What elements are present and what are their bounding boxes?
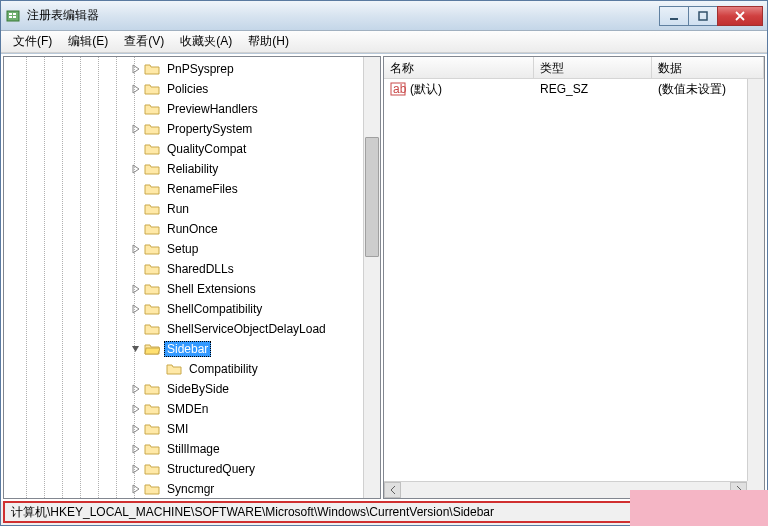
string-value-icon: ab — [390, 81, 406, 97]
folder-icon — [144, 262, 160, 276]
folder-icon — [166, 362, 182, 376]
svg-rect-4 — [13, 16, 16, 18]
menu-help[interactable]: 帮助(H) — [240, 31, 297, 52]
folder-icon — [144, 402, 160, 416]
expand-icon[interactable] — [130, 243, 142, 255]
expand-icon[interactable] — [130, 303, 142, 315]
client-area: PnPSysprepPoliciesPreviewHandlersPropert… — [1, 53, 767, 501]
expander-placeholder — [130, 323, 142, 335]
folder-icon — [144, 62, 160, 76]
expander-placeholder — [152, 363, 164, 375]
tree-item-label: Shell Extensions — [164, 281, 259, 297]
tree-item[interactable]: QualityCompat — [4, 139, 380, 159]
menu-view[interactable]: 查看(V) — [116, 31, 172, 52]
tree-item[interactable]: PropertySystem — [4, 119, 380, 139]
folder-icon — [144, 282, 160, 296]
tree-item-label: StructuredQuery — [164, 461, 258, 477]
column-data[interactable]: 数据 — [652, 57, 764, 78]
close-button[interactable] — [717, 6, 763, 26]
minimize-button[interactable] — [659, 6, 689, 26]
menubar: 文件(F) 编辑(E) 查看(V) 收藏夹(A) 帮助(H) — [1, 31, 767, 53]
tree-item[interactable]: Run — [4, 199, 380, 219]
tree-item[interactable]: PnPSysprep — [4, 59, 380, 79]
scrollbar-thumb[interactable] — [365, 137, 379, 257]
list-header: 名称 类型 数据 — [384, 57, 764, 79]
menu-file[interactable]: 文件(F) — [5, 31, 60, 52]
tree-item-label: Syncmgr — [164, 481, 217, 497]
tree-item-label: PreviewHandlers — [164, 101, 261, 117]
column-name[interactable]: 名称 — [384, 57, 534, 78]
expander-placeholder — [130, 263, 142, 275]
window-controls — [660, 6, 763, 26]
tree-item-label: SMDEn — [164, 401, 211, 417]
tree-item-label: Policies — [164, 81, 211, 97]
expand-icon[interactable] — [130, 123, 142, 135]
expand-icon[interactable] — [130, 403, 142, 415]
tree-item[interactable]: RunOnce — [4, 219, 380, 239]
folder-icon — [144, 202, 160, 216]
expand-icon[interactable] — [130, 163, 142, 175]
expand-icon[interactable] — [130, 283, 142, 295]
tree-item-label: QualityCompat — [164, 141, 249, 157]
tree-item[interactable]: Setup — [4, 239, 380, 259]
expand-icon[interactable] — [130, 383, 142, 395]
expand-icon[interactable] — [130, 443, 142, 455]
tree-item[interactable]: SMDEn — [4, 399, 380, 419]
tree-item[interactable]: SharedDLLs — [4, 259, 380, 279]
tree-item[interactable]: RenameFiles — [4, 179, 380, 199]
tree-item[interactable]: SideBySide — [4, 379, 380, 399]
tree-item[interactable]: Compatibility — [4, 359, 380, 379]
tree-item-label: RenameFiles — [164, 181, 241, 197]
tree-item-label: ShellCompatibility — [164, 301, 265, 317]
tree-item[interactable]: Shell Extensions — [4, 279, 380, 299]
tree-item[interactable]: ShellCompatibility — [4, 299, 380, 319]
tree-item[interactable]: StillImage — [4, 439, 380, 459]
tree-item-label: Reliability — [164, 161, 221, 177]
list-vscrollbar[interactable] — [747, 79, 764, 481]
folder-icon — [144, 302, 160, 316]
folder-icon — [144, 462, 160, 476]
folder-icon — [144, 222, 160, 236]
folder-icon — [144, 322, 160, 336]
tree-item[interactable]: PreviewHandlers — [4, 99, 380, 119]
svg-text:ab: ab — [393, 82, 406, 96]
expand-icon[interactable] — [130, 463, 142, 475]
tree-item-label: Setup — [164, 241, 201, 257]
list-row[interactable]: ab(默认)REG_SZ(数值未设置) — [384, 79, 764, 99]
list-body[interactable]: ab(默认)REG_SZ(数值未设置) — [384, 79, 764, 498]
tree-item[interactable]: Syncmgr — [4, 479, 380, 498]
expander-placeholder — [130, 223, 142, 235]
svg-rect-3 — [13, 13, 16, 15]
menu-favorites[interactable]: 收藏夹(A) — [172, 31, 240, 52]
titlebar[interactable]: 注册表编辑器 — [1, 1, 767, 31]
expand-icon[interactable] — [130, 483, 142, 495]
tree-vscrollbar[interactable] — [363, 57, 380, 498]
svg-rect-5 — [670, 18, 678, 20]
tree-item[interactable]: Reliability — [4, 159, 380, 179]
tree-item[interactable]: StructuredQuery — [4, 459, 380, 479]
collapse-icon[interactable] — [130, 343, 142, 355]
maximize-button[interactable] — [688, 6, 718, 26]
folder-icon — [144, 482, 160, 496]
app-icon — [5, 8, 21, 24]
menu-edit[interactable]: 编辑(E) — [60, 31, 116, 52]
folder-icon — [144, 82, 160, 96]
tree-item-label: PnPSysprep — [164, 61, 237, 77]
tree-item-label: ShellServiceObjectDelayLoad — [164, 321, 329, 337]
folder-icon — [144, 162, 160, 176]
tree-item[interactable]: Policies — [4, 79, 380, 99]
expand-icon[interactable] — [130, 63, 142, 75]
tree-scroll[interactable]: PnPSysprepPoliciesPreviewHandlersPropert… — [4, 57, 380, 498]
tree-item[interactable]: Sidebar — [4, 339, 380, 359]
expand-icon[interactable] — [130, 83, 142, 95]
tree-item-label: SharedDLLs — [164, 261, 237, 277]
expander-placeholder — [130, 203, 142, 215]
tree-item-label: PropertySystem — [164, 121, 255, 137]
tree-item-label: SMI — [164, 421, 191, 437]
expand-icon[interactable] — [130, 423, 142, 435]
scroll-left-button[interactable] — [384, 482, 401, 498]
tree-item[interactable]: ShellServiceObjectDelayLoad — [4, 319, 380, 339]
tree-item[interactable]: SMI — [4, 419, 380, 439]
folder-icon — [144, 142, 160, 156]
column-type[interactable]: 类型 — [534, 57, 652, 78]
